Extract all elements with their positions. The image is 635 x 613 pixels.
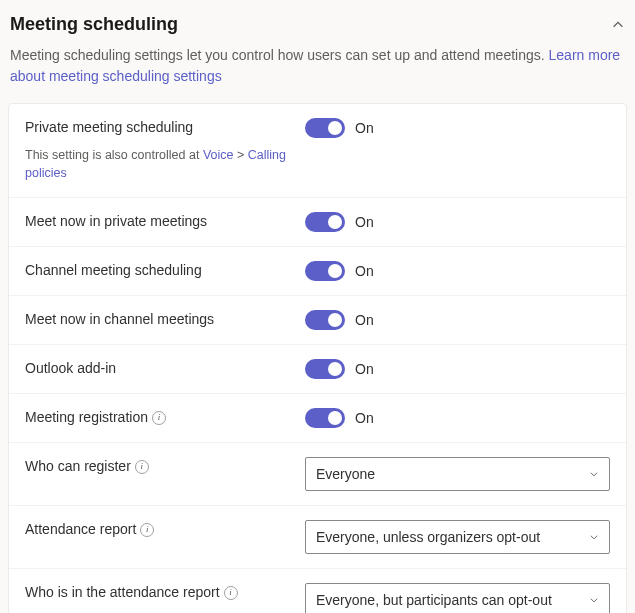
chevron-up-icon [611,18,625,32]
section-description: Meeting scheduling settings let you cont… [0,45,635,103]
label-meet-now-private: Meet now in private meetings [25,212,305,232]
toggle-state: On [355,410,374,426]
chevron-down-icon [589,469,599,479]
row-channel-meeting-scheduling: Channel meeting scheduling On [9,247,626,296]
row-outlook-addin: Outlook add-in On [9,345,626,394]
toggle-private-meeting-scheduling[interactable] [305,118,345,138]
toggle-outlook-addin[interactable] [305,359,345,379]
row-private-meeting-scheduling: Private meeting scheduling This setting … [9,104,626,198]
section-header[interactable]: Meeting scheduling [0,0,635,45]
label-who-in-attendance-report: Who is in the attendance report i [25,583,305,603]
label-private-meeting-scheduling: Private meeting scheduling This setting … [25,118,305,183]
row-meet-now-private: Meet now in private meetings On [9,198,626,247]
label-channel-meeting-scheduling: Channel meeting scheduling [25,261,305,281]
info-icon[interactable]: i [224,586,238,600]
voice-link[interactable]: Voice [203,148,234,162]
row-who-can-register: Who can register i Everyone [9,443,626,506]
select-attendance-report[interactable]: Everyone, unless organizers opt-out [305,520,610,554]
toggle-state: On [355,214,374,230]
label-meeting-registration: Meeting registration i [25,408,305,428]
settings-panel: Private meeting scheduling This setting … [8,103,627,613]
label-attendance-report: Attendance report i [25,520,305,540]
row-meet-now-channel: Meet now in channel meetings On [9,296,626,345]
toggle-state: On [355,263,374,279]
row-attendance-report: Attendance report i Everyone, unless org… [9,506,626,569]
row-who-in-attendance-report: Who is in the attendance report i Everyo… [9,569,626,613]
toggle-state: On [355,120,374,136]
toggle-channel-meeting-scheduling[interactable] [305,261,345,281]
info-icon[interactable]: i [152,411,166,425]
info-icon[interactable]: i [140,523,154,537]
section-title: Meeting scheduling [10,14,178,35]
chevron-down-icon [589,532,599,542]
toggle-meet-now-private[interactable] [305,212,345,232]
info-icon[interactable]: i [135,460,149,474]
toggle-state: On [355,312,374,328]
toggle-state: On [355,361,374,377]
subtext-private-meeting: This setting is also controlled at Voice… [25,146,289,184]
label-outlook-addin: Outlook add-in [25,359,305,379]
row-meeting-registration: Meeting registration i On [9,394,626,443]
select-who-in-attendance-report[interactable]: Everyone, but participants can opt-out [305,583,610,613]
label-who-can-register: Who can register i [25,457,305,477]
select-who-can-register[interactable]: Everyone [305,457,610,491]
chevron-down-icon [589,595,599,605]
label-meet-now-channel: Meet now in channel meetings [25,310,305,330]
toggle-meet-now-channel[interactable] [305,310,345,330]
toggle-meeting-registration[interactable] [305,408,345,428]
